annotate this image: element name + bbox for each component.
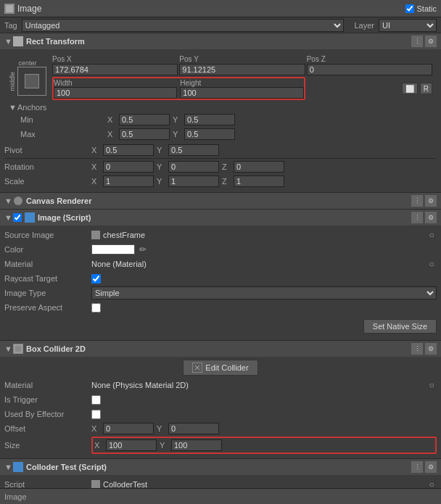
bottom-bar: Image [0,488,441,504]
min-y-input[interactable] [184,114,235,125]
image-script-section: ▼ Image (Script) ⋮ ⚙ Source Image chestF… [0,210,441,341]
is-trigger-checkbox[interactable] [91,395,101,405]
pivot-y-input[interactable] [168,144,219,156]
layer-select[interactable]: UI [379,19,437,32]
R-btn[interactable]: R [420,83,432,94]
collider-gear-btn[interactable]: ⚙ [425,343,437,355]
middle-label: middle [9,72,16,91]
offset-y-input[interactable] [168,423,219,434]
rect-gear-btn[interactable]: ⚙ [425,36,437,47]
image-gear-btn[interactable]: ⚙ [425,212,437,223]
material-link-icon[interactable]: ○ [426,259,437,269]
tag-select[interactable]: Untagged [22,19,345,32]
material-value: None (Material) [91,260,426,268]
scale-x-input[interactable] [103,175,154,187]
size-y-input[interactable] [171,439,222,451]
preserve-aspect-label: Preserve Aspect [4,303,91,312]
canvas-renderer-header[interactable]: ▼ Canvas Renderer ⋮ ⚙ [0,193,441,209]
rot-x-label: X [91,162,100,171]
material-label: Material [4,260,91,268]
scale-row: Scale X Y Z [4,175,437,188]
collider-test-link-icon[interactable]: ○ [426,479,437,488]
image-type-select[interactable]: Simple [91,286,437,299]
set-native-size-btn[interactable]: Set Native Size [363,319,437,334]
is-trigger-label: Is Trigger [4,395,91,404]
image-type-label: Image Type [4,289,91,297]
image-settings-btn[interactable]: ⋮ [411,212,423,223]
anchors-section: ▼ Anchors Min X Y Max X [4,102,437,144]
svg-rect-9 [13,462,23,472]
anchor-inner [25,74,39,88]
offset-inputs: X Y [91,423,437,434]
max-x-input[interactable] [119,128,170,140]
rot-y-input[interactable] [168,161,219,173]
canvas-icons: ⋮ ⚙ [411,195,437,207]
scale-y-label: Y [157,177,165,186]
collider-test-settings-btn[interactable]: ⋮ [411,461,423,473]
scale-inputs: X Y Z [91,175,437,187]
static-checkbox[interactable] [405,4,414,13]
rot-z-input[interactable] [234,161,284,173]
collider-test-header[interactable]: ▼ Colloder Test (Script) ⋮ ⚙ [0,459,441,475]
rect-transform-header[interactable]: ▼ Rect Transform ⋮ ⚙ [0,33,441,49]
box-collider-body: Edit Collider Material None (Physics Mat… [0,357,441,458]
color-link-icon[interactable]: ✏ [138,244,148,255]
pivot-x-input[interactable] [103,144,154,156]
collider-settings-btn[interactable]: ⋮ [411,343,423,355]
height-input[interactable] [180,87,303,99]
max-y-input[interactable] [184,128,235,140]
rect-settings-btn[interactable]: ⋮ [411,36,423,47]
pos-x-input[interactable] [52,64,178,75]
source-image-link-icon[interactable]: ○ [426,230,437,240]
anchors-min-row: Min X Y [9,113,432,126]
canvas-settings-btn[interactable]: ⋮ [411,195,423,207]
width-input[interactable] [54,87,177,99]
canvas-gear-btn[interactable]: ⚙ [425,195,437,207]
rotation-row: Rotation X Y Z [4,160,437,173]
pos-z-input[interactable] [307,64,432,75]
pos-z-label: Pos Z [307,55,432,63]
image-script-header[interactable]: ▼ Image (Script) ⋮ ⚙ [0,210,441,226]
size-x-label: X [94,441,103,450]
wh-buttons: ⬜ R [307,77,432,100]
source-image-label: Source Image [4,231,91,239]
size-row: Size X Y [4,437,437,454]
pos-y-input[interactable] [179,64,305,75]
pos-z-cell: Pos Z [307,55,432,75]
image-script-title: Image (Script) [38,213,408,222]
color-swatch[interactable] [91,244,135,255]
blueprint-btn[interactable]: ⬜ [402,83,418,94]
rect-transform-section: ▼ Rect Transform ⋮ ⚙ center middle [0,33,441,193]
height-group: Height [180,78,303,99]
image-type-row: Image Type Simple [4,286,437,299]
raycast-checkbox[interactable] [91,274,101,284]
layer-label: Layer [354,21,374,30]
anchors-label: Anchors [17,103,46,112]
min-x-input[interactable] [119,114,170,125]
collider-test-script-value: ColloderTest [103,480,424,488]
edit-collider-btn[interactable]: Edit Collider [183,360,257,376]
size-x-input[interactable] [106,439,157,451]
box-collider-header[interactable]: ▼ Box Collider 2D ⋮ ⚙ [0,341,441,357]
anchors-max-row: Max X Y [9,128,432,141]
anchors-arrow: ▼ [9,103,15,112]
collider-material-value: None (Physics Material 2D) [91,381,426,389]
image-script-enabled[interactable] [13,213,22,222]
edit-collider-row: Edit Collider [4,360,437,376]
source-image-thumb [91,231,100,239]
color-row: Color ✏ [4,243,437,256]
raycast-row: Raycast Target [4,272,437,285]
scale-y-input[interactable] [168,175,219,187]
rot-x-input[interactable] [103,161,154,173]
collider-test-gear-btn[interactable]: ⚙ [425,461,437,473]
preserve-aspect-checkbox[interactable] [91,303,101,313]
canvas-renderer-icon [13,196,23,206]
rect-transform-body: center middle Pos X Pos Y [0,49,441,192]
offset-x-input[interactable] [103,423,154,434]
collider-test-icon [13,462,23,472]
divider-1 [4,158,437,159]
collider-material-link[interactable]: ○ [426,380,437,390]
scale-z-input[interactable] [234,175,284,187]
used-by-effector-checkbox[interactable] [91,410,101,419]
size-y-label: Y [160,441,168,450]
